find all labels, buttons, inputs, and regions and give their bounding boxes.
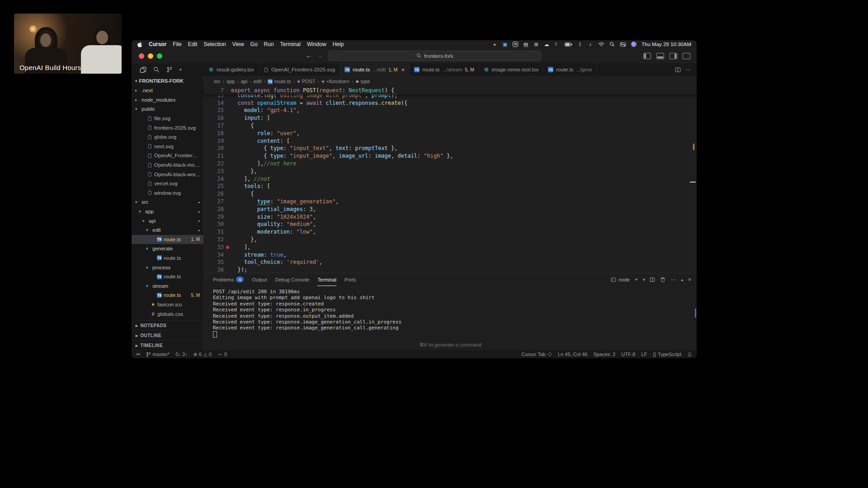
- customize-layout-icon[interactable]: [683, 53, 690, 59]
- remote-indicator[interactable]: ><: [136, 352, 140, 357]
- apple-logo-icon[interactable]: [137, 41, 142, 47]
- line-col-status[interactable]: Ln 45, Col 46: [558, 352, 587, 357]
- maximize-panel-icon[interactable]: ▴: [681, 277, 683, 282]
- editor-tab[interactable]: result-gallery.tsx: [204, 63, 259, 76]
- menu-item[interactable]: View: [232, 41, 244, 47]
- breadcrumb-item[interactable]: app: [226, 79, 235, 84]
- forward-icon[interactable]: →: [317, 52, 323, 59]
- battery-icon[interactable]: [565, 41, 572, 47]
- editor-tab[interactable]: TSroute.ts.../gene: [543, 63, 597, 76]
- back-icon[interactable]: ←: [306, 52, 311, 59]
- notion-icon[interactable]: N: [513, 41, 518, 47]
- input-source-icon[interactable]: ▣: [502, 41, 508, 47]
- breadcrumb-item[interactable]: ◈<function>: [321, 79, 349, 84]
- split-editor-icon[interactable]: [675, 67, 681, 73]
- sidebar-section-header[interactable]: ▸NOTEPADS: [132, 320, 203, 330]
- zoom-window-button[interactable]: [157, 53, 162, 59]
- tree-item[interactable]: #globals.css: [132, 309, 203, 319]
- notifications-bell-icon[interactable]: [687, 352, 692, 357]
- menu-item[interactable]: Window: [307, 41, 326, 47]
- siri-icon[interactable]: [631, 41, 637, 47]
- tree-item[interactable]: frontiers-2025.svg: [132, 123, 203, 132]
- kill-terminal-icon[interactable]: [660, 277, 665, 282]
- breadcrumb-item[interactable]: TSroute.ts: [268, 79, 291, 84]
- tree-item[interactable]: globe.svg: [132, 132, 203, 142]
- code-editor[interactable]: 7export async function POST(request: Nex…: [204, 87, 697, 273]
- terminal-dropdown-icon[interactable]: ▾: [643, 277, 645, 282]
- git-branch-status[interactable]: master*: [146, 352, 170, 357]
- indent-status[interactable]: Spaces: 2: [593, 352, 615, 357]
- tree-item[interactable]: next.svg: [132, 142, 203, 151]
- tree-item[interactable]: ▸.next: [132, 86, 203, 95]
- tree-item[interactable]: OpenAI-black-mon...: [132, 160, 203, 170]
- menu-clock[interactable]: Thu May 29 10:30AM: [642, 42, 691, 47]
- tree-item[interactable]: OpenAI_Frontiers-...: [132, 151, 203, 160]
- explorer-icon[interactable]: [140, 66, 146, 73]
- close-panel-icon[interactable]: ×: [688, 277, 691, 283]
- tree-item[interactable]: ▾public: [132, 104, 203, 114]
- problems-status[interactable]: ⊗ 6 △ 0: [193, 352, 212, 357]
- panel-tab[interactable]: Output: [252, 273, 267, 286]
- sync-status[interactable]: 0↓ 3↑: [175, 352, 187, 357]
- menu-item[interactable]: Terminal: [280, 41, 301, 47]
- tree-item[interactable]: file.svg: [132, 114, 203, 123]
- menu-app-name[interactable]: Cursor: [149, 41, 166, 47]
- control-center-icon[interactable]: [620, 41, 626, 47]
- tree-item[interactable]: ★favicon.ico: [132, 300, 203, 310]
- wifi-icon[interactable]: [598, 41, 604, 47]
- encoding-status[interactable]: UTF-8: [621, 352, 635, 357]
- tree-item[interactable]: TSroute.ts: [132, 272, 203, 282]
- tree-item[interactable]: ▾src●: [132, 197, 203, 207]
- editor-tab[interactable]: image-remix-tool.tsx: [479, 63, 544, 76]
- workspace-search-bar[interactable]: frontiers-fork: [328, 51, 542, 61]
- source-control-icon[interactable]: [166, 66, 173, 73]
- menu-item[interactable]: Help: [333, 41, 344, 47]
- launchpad-icon[interactable]: ⊞: [533, 41, 539, 47]
- sidebar-section-header[interactable]: ▸OUTLINE: [132, 330, 203, 340]
- editor-tab[interactable]: TSroute.ts.../stream5, M: [410, 63, 479, 76]
- eol-status[interactable]: LF: [642, 352, 647, 357]
- menu-item[interactable]: Run: [264, 41, 274, 47]
- minimize-window-button[interactable]: [148, 53, 153, 59]
- editor-tab[interactable]: TSroute.ts.../edit1, M×: [340, 63, 410, 76]
- tab-close-icon[interactable]: ×: [401, 66, 405, 73]
- breadcrumb-item[interactable]: ◆type: [356, 79, 370, 84]
- menu-item[interactable]: Selection: [203, 41, 226, 47]
- tree-item[interactable]: OpenAI-black-wor...: [132, 169, 203, 179]
- toggle-secondary-sidebar-icon[interactable]: [670, 53, 677, 59]
- display-icon[interactable]: ▤: [523, 41, 528, 47]
- tree-item[interactable]: TSroute.ts: [132, 253, 203, 263]
- menu-item[interactable]: Go: [250, 41, 258, 47]
- ports-status[interactable]: 0: [217, 352, 227, 357]
- more-editor-actions-icon[interactable]: ⋯: [686, 66, 692, 73]
- language-status[interactable]: {} TypeScript: [653, 352, 681, 357]
- explorer-root-folder[interactable]: ▾ FRONTIERS-FORK: [132, 76, 203, 86]
- search-panel-icon[interactable]: [153, 66, 160, 73]
- spotlight-icon[interactable]: [609, 41, 615, 47]
- close-window-button[interactable]: [139, 53, 144, 59]
- breadcrumb-item[interactable]: ◈POST: [297, 79, 316, 84]
- panel-tab[interactable]: Terminal: [317, 273, 336, 286]
- tree-item[interactable]: ▾api●: [132, 216, 203, 225]
- tree-item[interactable]: ▾process: [132, 263, 203, 272]
- cloud-icon[interactable]: ☁: [544, 41, 549, 47]
- breadcrumb-item[interactable]: api: [241, 79, 248, 84]
- activity-chevron-down-icon[interactable]: ▾: [179, 67, 182, 72]
- cursor-tab-status[interactable]: Cursor Tab: [521, 352, 552, 357]
- tree-item[interactable]: TSroute.ts1, M: [132, 235, 203, 244]
- tree-item[interactable]: ▾app●: [132, 207, 203, 216]
- split-terminal-icon[interactable]: [650, 277, 655, 282]
- tree-item[interactable]: ▾edit●: [132, 225, 203, 235]
- tree-item[interactable]: window.svg: [132, 188, 203, 198]
- terminal-profile[interactable]: node: [611, 277, 629, 282]
- menu-item[interactable]: Edit: [188, 41, 198, 47]
- terminal-output[interactable]: POST /api/edit 200 in 38196msEditing ima…: [204, 286, 697, 350]
- menu-item[interactable]: File: [173, 41, 181, 47]
- tree-item[interactable]: TSroute.ts5, M: [132, 291, 203, 300]
- breadcrumb-item[interactable]: src: [214, 79, 221, 84]
- panel-tab[interactable]: Ports: [344, 273, 356, 286]
- tree-item[interactable]: ▸node_modules: [132, 95, 203, 105]
- tree-item[interactable]: ▾generate: [132, 244, 203, 253]
- editor-tab[interactable]: OpenAI_Frontiers-2025.svg: [259, 63, 340, 76]
- tree-item[interactable]: vercel.svg: [132, 179, 203, 188]
